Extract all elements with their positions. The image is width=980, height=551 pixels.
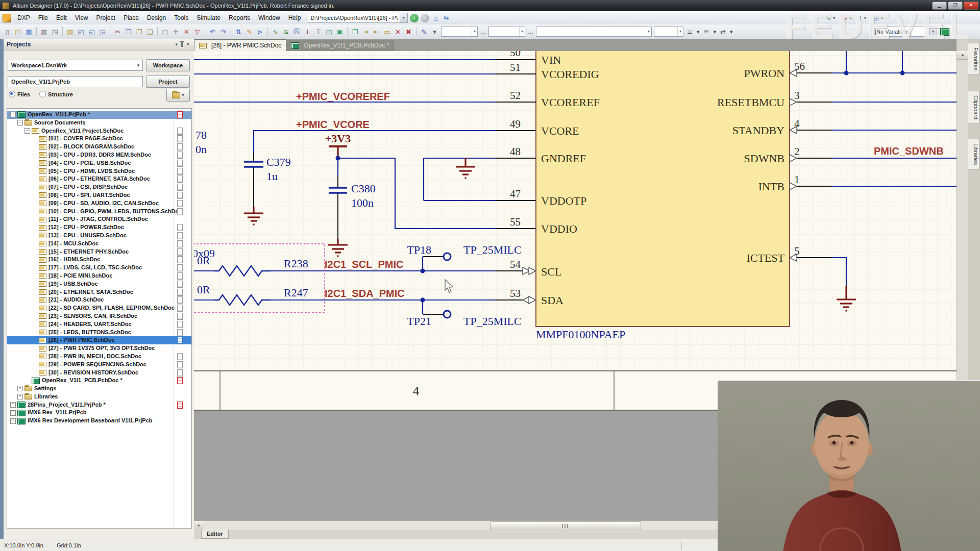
power-net-label[interactable]: +3V3 <box>325 132 351 145</box>
panel-close-icon[interactable]: × <box>186 41 190 48</box>
structure-radio[interactable]: Structure <box>39 91 73 97</box>
copy-icon[interactable]: ❐ <box>124 27 133 37</box>
tab-clipboard[interactable]: Clipboard <box>968 91 979 124</box>
scrollbar-thumb[interactable] <box>490 521 641 530</box>
expand-icon[interactable]: + <box>17 394 23 399</box>
tree-item[interactable]: −[04] - CPU - PCIE, USB.SchDoc <box>7 159 191 167</box>
sheet-symbol-icon[interactable]: ▣ <box>335 27 345 37</box>
tree-item[interactable]: −[23] - SENSORS, CAN, IR.SchDoc <box>7 312 191 320</box>
probe-tool[interactable]: ⊺▾ <box>859 14 866 22</box>
tree-item[interactable]: −[27] - PWR 1V375 OPT, 3V3 OPT.SchDoc <box>7 344 191 353</box>
tag-icon[interactable]: ▭ <box>382 27 392 37</box>
tree-item[interactable]: −[14] - MCU.SchDoc <box>7 240 191 248</box>
tree-item[interactable]: +iMX6 Rex Development Baseboard V1I1.Prj… <box>7 417 191 425</box>
gnd-power-port-icon[interactable]: ⊥ <box>303 27 312 37</box>
part-value[interactable]: TP_25MILC <box>463 243 522 256</box>
project-field[interactable]: OpenRex_V1I1.PrjPcb <box>8 76 143 87</box>
forward-button[interactable]: › <box>421 14 429 22</box>
tree-item[interactable]: −[07] - CPU - CSI, DISP.SchDoc <box>7 183 191 191</box>
tree-item[interactable]: −[15] - ETHERNET PHY.SchDoc <box>7 248 191 256</box>
pen-style-dropdown-icon[interactable]: ▾ <box>430 27 439 37</box>
tree-item[interactable]: −[29] - POWER SEQUENCING.SchDoc <box>7 361 191 369</box>
tree-item[interactable]: −[19] - USB.SchDoc <box>7 280 191 288</box>
editor-mode-tab[interactable]: Editor <box>201 530 229 539</box>
tree-item[interactable]: −[13] - CPU - UNUSED.SchDoc <box>7 232 191 240</box>
wire-tool-icon[interactable]: ∿ <box>271 27 280 37</box>
designator[interactable]: R247 <box>284 286 308 299</box>
print-icon[interactable]: ▥ <box>39 27 49 37</box>
more-button[interactable]: … <box>480 29 486 35</box>
tree-item[interactable]: −OpenRex_V1I1 Project.SchDoc <box>7 127 191 135</box>
designator[interactable]: C380 <box>351 182 376 195</box>
tree-item[interactable]: −[21] - AUDIO.SchDoc <box>7 296 191 304</box>
paste-icon[interactable]: ❒ <box>134 27 144 37</box>
open-folder-button[interactable]: ▾ <box>166 89 190 102</box>
expand-icon[interactable]: + <box>10 402 16 408</box>
i2c-address-label[interactable]: 0x09 <box>194 247 215 260</box>
tree-item[interactable]: +Libraries <box>7 393 191 401</box>
value-combo[interactable]: ▾ <box>488 27 525 37</box>
net-label[interactable]: +PMIC_VCORE <box>296 119 370 130</box>
refresh-icon[interactable]: ⇆ <box>442 14 451 22</box>
tree-item[interactable]: −[10] - CPU - GPIO, PWM, LEDS, BUTTONS.S… <box>7 208 191 216</box>
expand-icon[interactable]: + <box>10 410 16 416</box>
wire-mode-tool[interactable]: ✎▾ <box>825 14 835 22</box>
tree-item[interactable]: −[20] - ETHERNET, SATA.SchDoc <box>7 288 191 296</box>
tree-item[interactable]: −[02] - BLOCK DIAGRAM.SchDoc <box>7 143 191 151</box>
designator[interactable]: TP18 <box>407 243 431 256</box>
menu-design[interactable]: Design <box>143 14 170 21</box>
delete-icon[interactable]: ✕ <box>393 27 403 37</box>
tree-item[interactable]: −[17] - LVDS, CSI, LCD, TSC.SchDoc <box>7 264 191 272</box>
shift-right-icon[interactable]: ⇥ <box>361 27 371 37</box>
tree-item[interactable]: −[09] - CPU - SD, AUDIO, I2C, CAN.SchDoc <box>7 199 191 208</box>
menu-view[interactable]: View <box>71 14 92 21</box>
print-preview-icon[interactable]: ◳ <box>50 27 60 37</box>
tab-favorites[interactable]: Favorites <box>968 43 979 75</box>
zoom-combo[interactable]: ▾ <box>654 27 683 37</box>
scroll-left-icon[interactable]: ◂ <box>194 521 203 530</box>
spacing-icon[interactable]: ⇄ <box>718 27 728 37</box>
paste-array-icon[interactable]: ❏ <box>145 27 155 37</box>
tree-item[interactable]: +Settings <box>7 385 191 393</box>
tree-item[interactable]: −[06] - CPU - ETHERNET, SATA.SchDoc <box>7 175 191 183</box>
workspace-combo[interactable]: Workspace1.DsnWrk ▾ <box>8 60 143 71</box>
expand-icon[interactable]: − <box>10 112 16 117</box>
open-project-icon[interactable]: ▧ <box>65 27 75 37</box>
designator-combo[interactable]: ▾ <box>441 27 478 37</box>
pmic-chip-body[interactable] <box>536 51 790 327</box>
open-document-icon[interactable]: ▤ <box>13 27 23 37</box>
back-button[interactable]: ‹ <box>410 14 419 22</box>
save-icon[interactable]: ▦ <box>24 27 34 37</box>
net-combo[interactable]: ▾ <box>536 27 652 37</box>
variations-dropdown-icon[interactable]: ▾ <box>929 27 937 36</box>
tree-item[interactable]: −[03] - CPU - DDR3, DDR3 MEM.SchDoc <box>7 151 191 159</box>
select-area-icon[interactable]: ▢ <box>160 27 170 37</box>
place-part-icon[interactable]: ◫ <box>324 27 334 37</box>
navigate-icon[interactable]: ⊳ <box>255 27 265 37</box>
net-label[interactable]: I2C1_SCL_PMIC <box>325 259 404 270</box>
scroll-up-icon[interactable]: ▲ <box>957 51 968 60</box>
tree-item[interactable]: −[24] - HEADERS, UART.SchDoc <box>7 320 191 329</box>
menu-simulate[interactable]: Simulate <box>192 14 225 21</box>
part-value[interactable]: 0R <box>197 283 210 296</box>
pin-icon[interactable] <box>181 42 183 47</box>
shift-left-icon[interactable]: ⇤ <box>372 27 381 37</box>
copy-format-icon[interactable]: ❐ <box>350 27 360 37</box>
tab-libraries[interactable]: Libraries <box>968 139 979 169</box>
part-value[interactable]: 100n <box>351 196 374 209</box>
variations-combo[interactable]: [No Variations] ▾ <box>871 27 937 37</box>
net-label[interactable]: +PMIC_VCOREREF <box>296 91 390 102</box>
part-value[interactable]: 1u <box>266 170 278 183</box>
highlight-pen-icon[interactable]: ✎ <box>244 27 254 37</box>
files-radio[interactable]: Files <box>9 91 30 97</box>
tree-item[interactable]: −[01] - COVER PAGE.SchDoc <box>7 135 191 143</box>
vcc-power-port-icon[interactable]: ⊤ <box>313 27 323 37</box>
chip-part-number[interactable]: MMPF0100NPAEP <box>536 328 625 341</box>
project-button[interactable]: Project <box>146 76 190 88</box>
minimize-button[interactable]: ▁ <box>932 2 947 10</box>
designator[interactable]: R238 <box>284 257 308 270</box>
tree-item[interactable]: −[25] - LEDS, BUTTONS.SchDoc <box>7 329 191 337</box>
tree-item[interactable]: −[16] - HDMI.SchDoc <box>7 256 191 264</box>
delete-all-icon[interactable]: ✖ <box>404 27 413 37</box>
tab-pcbdoc[interactable]: OpenRex_V1I1_PCB.PcbDoc * <box>286 40 394 51</box>
